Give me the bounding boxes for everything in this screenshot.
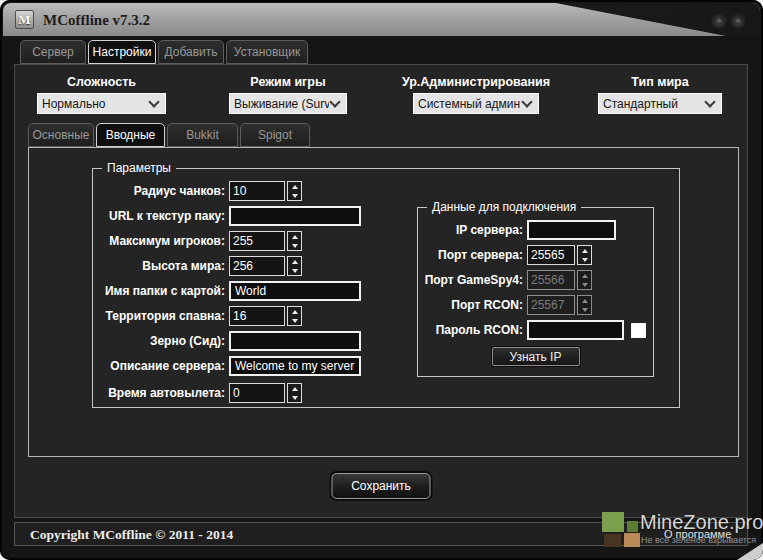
footer: Copyright MCoffline © 2011 - 2014 О прог… (14, 522, 748, 546)
difficulty-label: Сложность (19, 75, 184, 90)
gamespy4-port-spin-down-button (578, 280, 591, 289)
server-ip-input[interactable] (527, 220, 616, 240)
spinner-down-icon (292, 194, 298, 198)
main-tab-bar: СерверНастройкиДобавитьУстановщик (20, 40, 308, 64)
spawn-territory-spin-down-button[interactable] (288, 316, 301, 325)
rcon-port-value: 25567 (527, 295, 575, 315)
chunk-radius-spinner[interactable] (287, 181, 302, 201)
tab-server[interactable]: Сервер (20, 40, 86, 64)
world-height-spin-down-button[interactable] (288, 266, 301, 275)
autokick-time-spin-down-button[interactable] (288, 393, 301, 402)
subtab-main[interactable]: Основные (28, 123, 94, 147)
chunk-radius-input[interactable]: 10 (229, 181, 302, 201)
world-type-select[interactable]: Стандартный (598, 93, 722, 114)
world-height-value: 256 (229, 256, 285, 276)
rcon-password-label: Пароль RCON: (422, 323, 527, 337)
about-link[interactable]: О программе (664, 528, 731, 540)
save-button[interactable]: Сохранить (332, 473, 431, 499)
subtab-initial[interactable]: Вводные (96, 123, 165, 147)
rcon-port-spin-down-button (578, 305, 591, 314)
server-port-spinner[interactable] (577, 245, 592, 265)
chunk-radius-spin-down-button[interactable] (288, 191, 301, 200)
rcon-password-row: Пароль RCON: (422, 320, 653, 340)
admin-level-select[interactable]: Системный админ (413, 93, 539, 114)
subtab-bukkit[interactable]: Bukkit (167, 123, 238, 147)
subtab-spigot[interactable]: Spigot (240, 123, 310, 147)
sub-tab-bar: ОсновныеВводныеBukkitSpigot (28, 123, 310, 147)
max-players-value: 255 (229, 231, 285, 251)
app-window: M MCoffline v7.3.2 СерверНастройкиДобави… (0, 0, 763, 560)
rcon-password-input[interactable] (527, 320, 624, 340)
tab-settings[interactable]: Настройки (88, 40, 156, 64)
minimize-button[interactable] (711, 12, 727, 28)
gamemode-select[interactable]: Выживание (Survival (229, 93, 347, 114)
map-folder-input[interactable]: World (229, 281, 361, 301)
rcon-port-input: 25567 (527, 295, 592, 315)
gamespy4-port-input: 25566 (527, 270, 592, 290)
server-port-value: 25565 (527, 245, 575, 265)
spinner-down-icon (292, 396, 298, 400)
autokick-time-spinner[interactable] (287, 383, 302, 403)
autokick-time-input[interactable]: 0 (229, 383, 302, 403)
spinner-down-icon (582, 283, 588, 287)
world-height-spinner[interactable] (287, 256, 302, 276)
connection-group: Данные для подключения IP сервера:Порт с… (417, 207, 654, 377)
app-icon-letter: M (18, 12, 30, 28)
close-button[interactable] (730, 12, 746, 28)
settings-panel: Параметры Радиус чанков:10URL к текстур … (28, 147, 739, 457)
gamemode-label: Режим игры (211, 75, 365, 90)
app-icon: M (15, 10, 34, 29)
server-port-spin-up-button[interactable] (578, 246, 591, 255)
chunk-radius-spin-up-button[interactable] (288, 182, 301, 191)
chevron-down-icon (704, 96, 715, 107)
tab-add[interactable]: Добавить (158, 40, 224, 64)
max-players-spinner[interactable] (287, 231, 302, 251)
spinner-up-icon (292, 260, 298, 264)
server-port-input[interactable]: 25565 (527, 245, 592, 265)
chevron-down-icon (329, 96, 340, 107)
params-group-title: Параметры (102, 161, 176, 176)
gamespy4-port-spinner (577, 270, 592, 290)
window-title: MCoffline v7.3.2 (43, 3, 150, 36)
world-height-label: Высота мира: (97, 259, 229, 273)
spawn-territory-input[interactable]: 16 (229, 306, 302, 326)
spinner-down-icon (582, 308, 588, 312)
world-height-spin-up-button[interactable] (288, 257, 301, 266)
rcon-port-spin-up-button (578, 296, 591, 305)
tab-installer[interactable]: Установщик (226, 40, 308, 64)
spawn-territory-value: 16 (229, 306, 285, 326)
seed-input[interactable] (229, 331, 361, 351)
spawn-territory-spinner[interactable] (287, 306, 302, 326)
gamespy4-port-label: Порт GameSpy4: (422, 273, 527, 287)
seed-label: Зерно (Сид): (97, 334, 229, 348)
autokick-time-value: 0 (229, 383, 285, 403)
max-players-spin-up-button[interactable] (288, 232, 301, 241)
rcon-port-label: Порт RCON: (422, 298, 527, 312)
server-port-spin-down-button[interactable] (578, 255, 591, 264)
max-players-label: Максимум игроков: (97, 234, 229, 248)
world-type-value: Стандартный (603, 97, 704, 111)
spawn-territory-spin-up-button[interactable] (288, 307, 301, 316)
admin-level-value: Системный админ (418, 97, 521, 111)
max-players-input[interactable]: 255 (229, 231, 302, 251)
texture-pack-url-input[interactable] (229, 206, 361, 226)
spinner-up-icon (582, 274, 588, 278)
chunk-radius-value: 10 (229, 181, 285, 201)
rcon-port-row: Порт RCON:25567 (422, 295, 653, 315)
autokick-time-spin-up-button[interactable] (288, 384, 301, 393)
copyright-text: Copyright MCoffline © 2011 - 2014 (30, 523, 233, 545)
world-height-input[interactable]: 256 (229, 256, 302, 276)
server-description-input[interactable]: Welcome to my server (229, 356, 361, 376)
get-ip-button[interactable]: Узнать IP (492, 347, 580, 366)
chunk-radius-label: Радиус чанков: (97, 184, 229, 198)
spinner-down-icon (292, 244, 298, 248)
gamespy4-port-value: 25566 (527, 270, 575, 290)
rcon-password-checkbox[interactable] (631, 323, 646, 338)
spinner-up-icon (292, 235, 298, 239)
spinner-down-icon (582, 258, 588, 262)
window-controls (711, 12, 746, 28)
difficulty-select[interactable]: Нормально (37, 93, 166, 114)
content-panel: СложностьНормальноРежим игрыВыживание (S… (14, 64, 748, 518)
gamespy4-port-spin-up-button (578, 271, 591, 280)
max-players-spin-down-button[interactable] (288, 241, 301, 250)
